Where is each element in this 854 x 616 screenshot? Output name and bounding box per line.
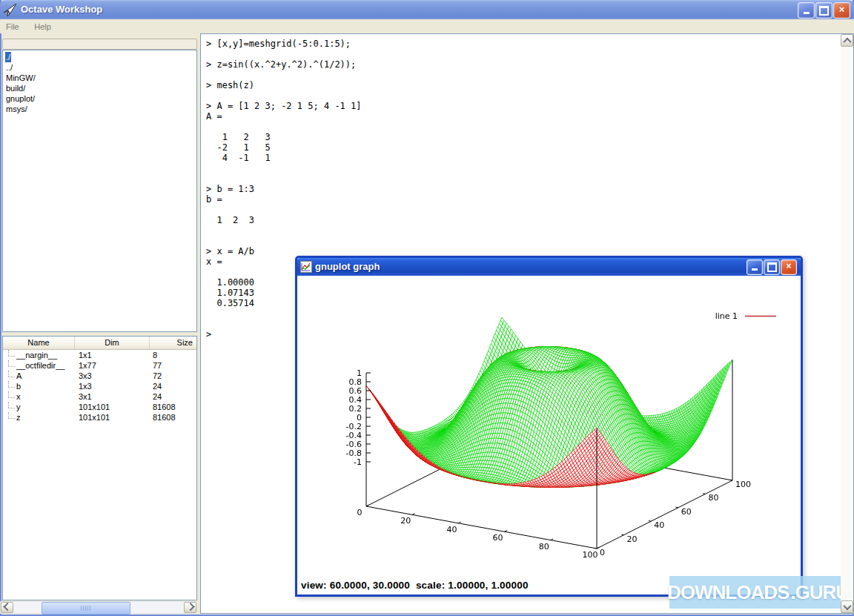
tree-branch-icon <box>3 350 16 360</box>
table-row[interactable]: y101x10181608 <box>3 402 196 412</box>
vertical-scrollbar[interactable] <box>841 34 853 613</box>
tree-branch-icon <box>3 371 16 381</box>
app-icon <box>3 2 18 17</box>
gnuplot-titlebar[interactable]: gnuplot graph × <box>297 258 801 276</box>
variables-panel: Name Dim Size __nargin__1x18 __octfiledi… <box>2 336 197 600</box>
file-item[interactable]: msys/ <box>3 104 196 114</box>
console-line <box>206 70 362 80</box>
scroll-left-button[interactable] <box>1 602 13 613</box>
menu-bar: File Help <box>0 19 854 33</box>
console-line: > x = A/b <box>206 246 362 256</box>
gnuplot-window[interactable]: gnuplot graph × view: 60.0000, 30.0000 s… <box>295 256 803 597</box>
column-header-dim[interactable]: Dim <box>75 337 150 349</box>
console-line: 1 2 3 <box>206 215 362 225</box>
scroll-right-button[interactable] <box>184 602 196 613</box>
path-bar[interactable] <box>2 39 197 50</box>
column-header-size[interactable]: Size <box>150 337 196 349</box>
file-browser-list[interactable]: ./ ../ MinGW/ build/ gnuplot/ msys/ <box>2 50 197 332</box>
gnuplot-window-title: gnuplot graph <box>315 258 380 276</box>
horizontal-scrollbar[interactable] <box>0 601 197 614</box>
close-icon: × <box>839 4 845 15</box>
close-button[interactable]: × <box>833 2 850 19</box>
minimize-icon <box>804 12 810 14</box>
gnuplot-canvas-area: view: 60.0000, 30.0000 scale: 1.00000, 1… <box>297 276 801 595</box>
scroll-down-button[interactable] <box>841 600 853 613</box>
chevron-down-icon <box>843 601 851 609</box>
tree-branch-icon <box>3 412 16 423</box>
menu-file[interactable]: File <box>0 20 25 34</box>
console-line: 1 2 3 <box>206 132 362 142</box>
window-title: Octave Workshop <box>21 0 102 19</box>
gnuplot-minimize-button[interactable] <box>747 259 763 275</box>
tree-branch-icon <box>3 360 16 371</box>
console-line <box>206 225 362 236</box>
file-item[interactable]: ./ <box>3 52 196 62</box>
console-line: 4 -1 1 <box>206 153 362 163</box>
watermark-text-left: DOWNLOADS <box>667 581 789 604</box>
main-titlebar[interactable]: Octave Workshop × <box>0 0 854 19</box>
menu-help[interactable]: Help <box>28 20 57 34</box>
tree-branch-icon <box>3 391 16 402</box>
console-line <box>206 49 362 59</box>
console-line: -2 1 5 <box>206 142 362 153</box>
tree-branch-icon <box>3 381 16 391</box>
maximize-button[interactable] <box>815 2 833 19</box>
console-line <box>206 90 362 101</box>
file-item[interactable]: gnuplot/ <box>3 93 196 104</box>
surface-plot-canvas[interactable] <box>297 276 801 575</box>
console-line: b = <box>206 194 362 205</box>
tree-branch-icon <box>3 402 16 412</box>
console-line <box>206 205 362 215</box>
table-row[interactable]: x3x124 <box>3 391 196 402</box>
plot-status-text: view: 60.0000, 30.0000 scale: 1.00000, 1… <box>301 580 529 591</box>
maximize-icon <box>819 6 829 16</box>
scroll-up-button[interactable] <box>841 34 853 47</box>
gnuplot-maximize-button[interactable] <box>764 259 780 275</box>
console-line <box>206 236 362 246</box>
console-line: > [x,y]=meshgrid(-5:0.1:5); <box>206 39 362 49</box>
maximize-icon <box>767 262 777 272</box>
column-header-name[interactable]: Name <box>3 337 75 349</box>
gnuplot-close-button[interactable]: × <box>781 259 797 275</box>
chevron-up-icon <box>843 37 851 45</box>
table-row[interactable]: __octfiledir__1x7777 <box>3 360 196 371</box>
console-line <box>206 122 362 132</box>
scrollbar-thumb[interactable] <box>42 602 130 615</box>
chevron-right-icon <box>186 602 194 610</box>
chevron-left-icon <box>3 602 11 610</box>
file-item[interactable]: MinGW/ <box>3 73 196 83</box>
file-item[interactable]: ../ <box>3 62 196 73</box>
console-line <box>206 173 362 184</box>
console-line: > z=sin((x.^2+y.^2).^(1/2)); <box>206 59 362 70</box>
console-line: > mesh(z) <box>206 80 362 90</box>
downloads-guru-watermark[interactable]: DOWNLOADS .GURU <box>669 576 847 609</box>
thumb-grip-icon <box>81 606 91 611</box>
close-icon: × <box>786 261 791 271</box>
console-line: A = <box>206 111 362 122</box>
table-row[interactable]: b1x324 <box>3 381 196 391</box>
minimize-icon <box>752 268 758 271</box>
file-item[interactable]: build/ <box>3 83 196 93</box>
console-line <box>206 163 362 173</box>
console-line: > b = 1:3 <box>206 184 362 194</box>
minimize-button[interactable] <box>798 2 815 19</box>
gnuplot-icon <box>300 261 312 273</box>
variables-header: Name Dim Size <box>3 337 196 350</box>
console-line: > A = [1 2 3; -2 1 5; 4 -1 1] <box>206 101 362 111</box>
table-row[interactable]: __nargin__1x18 <box>3 350 196 360</box>
table-row[interactable]: z101x10181608 <box>3 412 196 423</box>
table-row[interactable]: A3x372 <box>3 371 196 381</box>
